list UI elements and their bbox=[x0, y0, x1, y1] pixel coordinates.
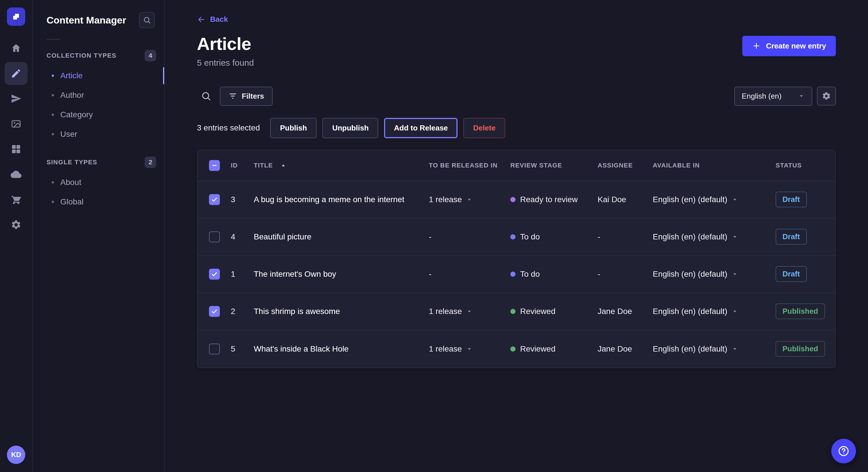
cell-status: Draft bbox=[776, 266, 835, 282]
create-new-entry-button[interactable]: Create new entry bbox=[742, 36, 836, 56]
content-manager-nav-button[interactable] bbox=[5, 62, 28, 85]
locale-dropdown[interactable]: English (en) (default) bbox=[653, 344, 738, 353]
content-type-builder-icon bbox=[11, 144, 22, 155]
media-library-nav-button[interactable] bbox=[5, 112, 28, 135]
back-link[interactable]: Back bbox=[197, 15, 228, 24]
sidebar-item-label: Global bbox=[60, 197, 84, 206]
locale-dropdown[interactable]: English (en) (default) bbox=[653, 270, 738, 279]
entries-table: IDTITLETO BE RELEASED INREVIEW STAGEASSI… bbox=[197, 150, 836, 368]
row-checkbox[interactable] bbox=[209, 231, 220, 242]
column-header-release: TO BE RELEASED IN bbox=[429, 162, 510, 169]
sidebar-item-user[interactable]: User bbox=[33, 125, 164, 144]
sidebar-item-category[interactable]: Category bbox=[33, 105, 164, 125]
section-label: COLLECTION TYPES bbox=[46, 52, 117, 59]
publish-button[interactable]: Publish bbox=[270, 118, 317, 138]
plus-icon bbox=[752, 42, 761, 50]
back-label: Back bbox=[210, 15, 228, 24]
locale-dropdown[interactable]: English (en) (default) bbox=[653, 195, 738, 204]
release-dropdown[interactable]: 1 release bbox=[429, 344, 473, 353]
help-button[interactable] bbox=[831, 439, 856, 463]
filters-button[interactable]: Filters bbox=[220, 87, 273, 106]
chevron-down-icon bbox=[732, 308, 738, 315]
cell-available-in: English (en) (default) bbox=[653, 195, 776, 204]
selection-count: 3 entries selected bbox=[197, 123, 260, 133]
cell-review-stage: To do bbox=[510, 270, 598, 279]
unpublish-button[interactable]: Unpublish bbox=[322, 118, 378, 138]
column-header-assignee: ASSIGNEE bbox=[598, 162, 653, 169]
user-avatar[interactable]: KD bbox=[7, 446, 25, 464]
releases-nav-button[interactable] bbox=[5, 87, 28, 110]
settings-button[interactable] bbox=[817, 87, 836, 105]
bullet-dot bbox=[52, 94, 54, 96]
header-checkbox-cell bbox=[197, 160, 227, 171]
row-checkbox[interactable] bbox=[209, 269, 220, 279]
sidebar-item-author[interactable]: Author bbox=[33, 86, 164, 105]
cell-title: What's inside a Black Hole bbox=[254, 344, 429, 353]
page-title: Article bbox=[197, 34, 254, 54]
sidebar-item-label: Category bbox=[60, 110, 93, 119]
sidebar-item-label: Author bbox=[60, 91, 84, 100]
locale-dropdown[interactable]: English (en) (default) bbox=[653, 232, 738, 241]
row-checkbox-cell bbox=[197, 306, 227, 317]
nav-rail: KD bbox=[0, 0, 33, 472]
section-count-badge: 2 bbox=[145, 157, 156, 168]
locale-label: English (en) (default) bbox=[653, 232, 727, 241]
row-checkbox[interactable] bbox=[209, 306, 220, 317]
row-checkbox[interactable] bbox=[209, 343, 220, 355]
cell-title: This shrimp is awesome bbox=[254, 307, 429, 316]
chevron-down-icon bbox=[466, 196, 473, 203]
marketplace-nav-button[interactable] bbox=[5, 188, 28, 211]
locale-label: English (en) (default) bbox=[653, 195, 727, 204]
table-row[interactable]: 1The internet's Own boy-To do-English (e… bbox=[197, 256, 835, 293]
row-checkbox-cell bbox=[197, 231, 227, 242]
column-header-title[interactable]: TITLE bbox=[254, 162, 429, 169]
sidebar-item-global[interactable]: Global bbox=[33, 192, 164, 212]
column-header-status: STATUS bbox=[776, 162, 835, 169]
table-body: 3A bug is becoming a meme on the interne… bbox=[197, 181, 835, 368]
status-badge: Published bbox=[776, 303, 825, 319]
stage-dot bbox=[510, 272, 516, 277]
add-to-release-button[interactable]: Add to Release bbox=[384, 118, 458, 138]
sidebar-item-article[interactable]: Article bbox=[33, 66, 164, 86]
cloud-icon bbox=[11, 169, 22, 180]
row-checkbox-cell bbox=[197, 343, 227, 355]
strapi-logo[interactable] bbox=[7, 7, 25, 26]
sort-asc-icon[interactable] bbox=[280, 162, 287, 169]
locale-select[interactable]: English (en) bbox=[734, 87, 812, 106]
marketplace-icon bbox=[11, 194, 22, 205]
content-type-builder-nav-button[interactable] bbox=[5, 138, 28, 161]
cell-title: Beautiful picture bbox=[254, 232, 429, 241]
table-row[interactable]: 5What's inside a Black Hole1 releaseRevi… bbox=[197, 330, 835, 368]
status-badge: Published bbox=[776, 341, 825, 357]
sidebar-search-button[interactable] bbox=[139, 12, 155, 28]
home-icon bbox=[11, 43, 22, 54]
column-header-id: ID bbox=[227, 162, 254, 169]
settings-icon bbox=[11, 220, 22, 230]
section-header: COLLECTION TYPES4 bbox=[33, 45, 164, 66]
table-row[interactable]: 4Beautiful picture-To do-English (en) (d… bbox=[197, 218, 835, 256]
settings-nav-button[interactable] bbox=[5, 213, 28, 236]
release-dropdown[interactable]: 1 release bbox=[429, 307, 473, 316]
column-label-status: STATUS bbox=[776, 162, 802, 169]
sidebar-title: Content Manager bbox=[46, 14, 126, 26]
release-dropdown[interactable]: 1 release bbox=[429, 195, 473, 204]
section-label: SINGLE TYPES bbox=[46, 159, 97, 166]
cloud-nav-button[interactable] bbox=[5, 163, 28, 186]
home-nav-button[interactable] bbox=[5, 37, 28, 60]
cell-title: A bug is becoming a meme on the internet bbox=[254, 195, 429, 204]
sidebar-section: SINGLE TYPES2AboutGlobal bbox=[33, 152, 164, 212]
delete-button[interactable]: Delete bbox=[463, 118, 505, 138]
locale-value: English (en) bbox=[742, 92, 782, 101]
column-label-locale: AVAILABLE IN bbox=[653, 162, 700, 169]
row-checkbox[interactable] bbox=[209, 194, 220, 205]
table-row[interactable]: 3A bug is becoming a meme on the interne… bbox=[197, 181, 835, 218]
sidebar-item-about[interactable]: About bbox=[33, 173, 164, 192]
cell-release: - bbox=[429, 232, 510, 241]
stage-dot bbox=[510, 197, 516, 202]
cell-available-in: English (en) (default) bbox=[653, 344, 776, 353]
main-content: Back Article 5 entries found Create new … bbox=[165, 0, 868, 472]
search-button[interactable] bbox=[197, 87, 215, 105]
select-all-checkbox[interactable] bbox=[209, 160, 220, 171]
table-row[interactable]: 2This shrimp is awesome1 releaseReviewed… bbox=[197, 293, 835, 330]
locale-dropdown[interactable]: English (en) (default) bbox=[653, 307, 738, 316]
